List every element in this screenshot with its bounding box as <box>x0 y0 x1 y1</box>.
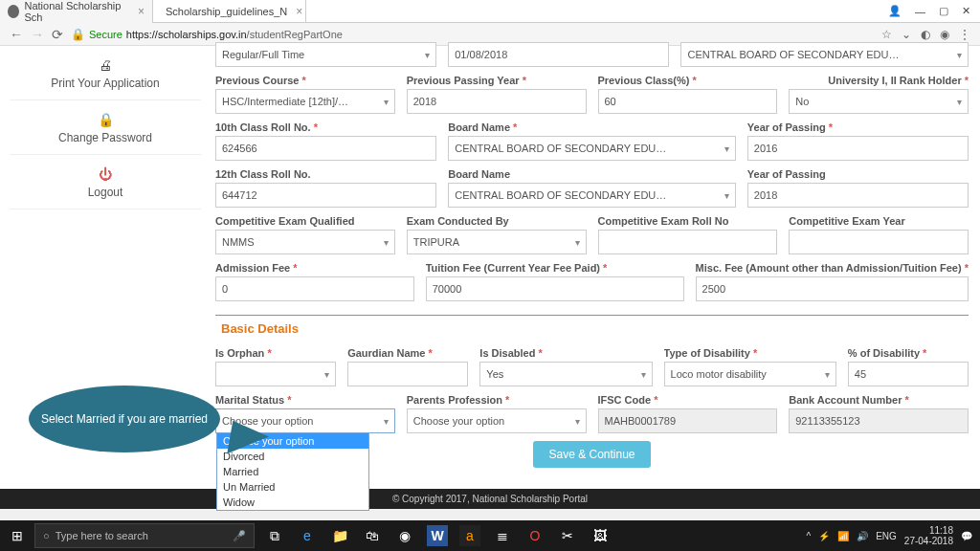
orphan-select[interactable] <box>215 362 336 386</box>
power-icon: ⏻ <box>13 166 197 182</box>
app-icon[interactable]: ≣ <box>492 525 513 546</box>
previous-university-select[interactable]: CENTRAL BOARD OF SECONDARY EDU… <box>680 42 969 67</box>
sidebar-logout[interactable]: ⏻Logout <box>10 155 201 209</box>
univ-rank-select[interactable]: No <box>789 89 969 114</box>
label: Type of Disability * <box>664 347 836 359</box>
taskbar-search[interactable]: ○Type here to search🎤 <box>34 523 255 548</box>
close-icon[interactable]: × <box>296 5 302 18</box>
start-button[interactable]: ⊞ <box>0 528 34 543</box>
sidebar-change-password[interactable]: 🔒Change Password <box>10 100 201 155</box>
callout-text: Select Married if you are married <box>29 386 220 452</box>
tuition-fee-input[interactable]: 70000 <box>426 276 684 301</box>
printer-icon: 🖨 <box>13 57 197 73</box>
roll10-input[interactable]: 624566 <box>215 136 436 161</box>
photos-icon[interactable]: 🖼 <box>590 525 611 546</box>
mic-icon[interactable]: 🎤 <box>233 530 246 542</box>
taskbar-clock[interactable]: 11:1827-04-2018 <box>904 525 953 546</box>
board12-select[interactable]: CENTRAL BOARD OF SECONDARY EDU… <box>448 183 736 208</box>
wifi-icon[interactable]: 📶 <box>837 531 849 541</box>
tab-title: National Scholarship Sch <box>24 0 129 23</box>
disabled-select[interactable]: Yes <box>479 362 652 386</box>
competitive-exam-select[interactable]: NMMS <box>215 230 395 254</box>
label: Gaurdian Name * <box>347 347 468 359</box>
sidebar-label: Print Your Application <box>51 77 159 90</box>
label: Exam Conducted By <box>407 215 587 227</box>
dropdown-option[interactable]: Married <box>217 464 368 479</box>
ifsc-input: MAHB0001789 <box>598 408 778 433</box>
maximize-icon[interactable]: ▢ <box>939 5 948 17</box>
close-icon[interactable]: × <box>138 5 145 18</box>
label: Year of Passing <box>747 168 969 180</box>
edge-icon[interactable]: e <box>297 525 318 546</box>
label: % of Disability * <box>848 347 969 359</box>
sidebar-print[interactable]: 🖨Print Your Application <box>10 46 201 100</box>
user-icon[interactable]: 👤 <box>888 5 902 17</box>
url-path: /studentRegPartOne <box>247 29 343 40</box>
label: 10th Class Roll No. * <box>215 121 436 133</box>
board10-select[interactable]: CENTRAL BOARD OF SECONDARY EDU… <box>448 136 736 161</box>
guardian-input[interactable] <box>347 362 468 386</box>
label: Competitive Exam Qualified <box>215 215 395 227</box>
tray-chevron-icon[interactable]: ^ <box>806 531 811 541</box>
label: Is Orphan * <box>215 347 336 359</box>
snip-icon[interactable]: ✂ <box>557 525 578 546</box>
browser-tab-2[interactable]: Scholarship_guidelines_N× <box>153 0 306 23</box>
explorer-icon[interactable]: 📁 <box>329 525 350 546</box>
label: Competitive Exam Roll No <box>598 215 778 227</box>
parents-profession-select[interactable]: Choose your option <box>407 408 587 433</box>
amazon-icon[interactable]: a <box>459 525 480 546</box>
close-window-icon[interactable]: ✕ <box>962 5 970 17</box>
minimize-icon[interactable]: — <box>915 6 925 17</box>
task-view-icon[interactable]: ⧉ <box>264 525 285 546</box>
admission-fee-input[interactable]: 0 <box>215 276 414 301</box>
url-field[interactable]: 🔒 Secure https://scholarships.gov.in/stu… <box>71 28 874 41</box>
previous-course-select[interactable]: HSC/Intermediate [12th]/… <box>215 89 395 114</box>
label: Parents Profession * <box>407 394 587 406</box>
url-host: https://scholarships.gov.in <box>126 29 247 40</box>
reload-icon[interactable]: ⟳ <box>52 27 63 42</box>
sidebar-label: Change Password <box>58 131 152 144</box>
mode-of-study-select[interactable]: Regular/Full Time <box>215 42 436 67</box>
ext-icon[interactable]: ◐ <box>921 28 930 41</box>
save-continue-button[interactable]: Save & Continue <box>533 441 650 468</box>
chrome-icon[interactable]: ◉ <box>394 525 415 546</box>
lock-icon: 🔒 <box>13 112 197 127</box>
roll12-input[interactable]: 644712 <box>215 183 436 208</box>
label: Year of Passing * <box>747 121 969 133</box>
exam-conducted-by-select[interactable]: TRIPURA <box>407 230 587 254</box>
pocket-icon[interactable]: ⌄ <box>902 28 911 41</box>
store-icon[interactable]: 🛍 <box>362 525 383 546</box>
copyright-footer: © Copyright 2017, National Scholarship P… <box>0 489 980 509</box>
label: Previous Class(%) * <box>598 75 778 86</box>
label: Is Disabled * <box>479 347 652 359</box>
forward-icon[interactable]: → <box>31 27 44 42</box>
previous-class-pct-input[interactable]: 60 <box>598 89 778 114</box>
label: Tuition Fee (Current Year Fee Paid) * <box>426 262 684 274</box>
notifications-icon[interactable]: 💬 <box>961 531 972 541</box>
sidebar: 🖨Print Your Application 🔒Change Password… <box>10 46 201 209</box>
menu-icon[interactable]: ⋮ <box>959 28 970 41</box>
language-indicator[interactable]: ENG <box>876 531 897 541</box>
ext-icon[interactable]: ◉ <box>940 28 949 41</box>
disability-type-select[interactable]: Loco motor disability <box>664 362 836 386</box>
label: Admission Fee * <box>215 262 414 274</box>
exam-year-input[interactable] <box>789 230 969 254</box>
lock-icon: 🔒 <box>71 28 85 41</box>
dropdown-option[interactable]: Widow <box>217 495 368 510</box>
misc-fee-input[interactable]: 2500 <box>696 276 969 301</box>
opera-icon[interactable]: O <box>524 525 546 546</box>
previous-passing-year-input[interactable]: 2018 <box>407 89 587 114</box>
tray-icon[interactable]: ⚡ <box>818 531 830 541</box>
star-icon[interactable]: ☆ <box>881 28 892 41</box>
dropdown-option[interactable]: Un Married <box>217 479 368 495</box>
label: Board Name * <box>448 121 736 133</box>
present-start-date-input[interactable]: 01/08/2018 <box>448 42 669 67</box>
back-icon[interactable]: ← <box>10 27 23 42</box>
browser-tab-1[interactable]: National Scholarship Sch× <box>0 0 153 23</box>
disability-pct-input[interactable]: 45 <box>848 362 969 386</box>
word-icon[interactable]: W <box>427 525 448 546</box>
yop12-input[interactable]: 2018 <box>747 183 969 208</box>
yop10-input[interactable]: 2016 <box>747 136 969 161</box>
volume-icon[interactable]: 🔊 <box>857 531 868 541</box>
exam-roll-input[interactable] <box>598 230 778 254</box>
